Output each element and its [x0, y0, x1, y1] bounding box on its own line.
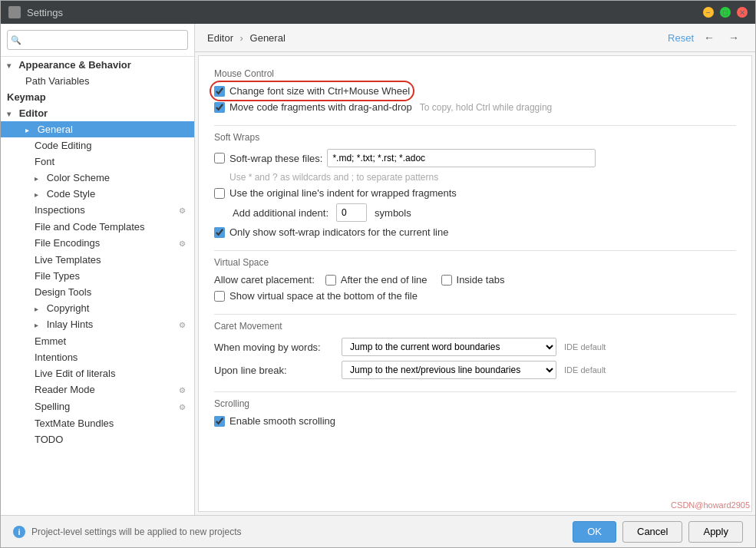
symbols-label: symbols: [375, 207, 411, 219]
inside-tabs-checkbox[interactable]: [441, 275, 452, 286]
right-panel: Editor › General Reset ← → Mouse Control: [195, 24, 755, 515]
settings-badge: ⚙: [176, 204, 188, 216]
softwrap-checkbox[interactable]: [214, 153, 225, 163]
sidebar-item-keymap[interactable]: Keymap: [1, 89, 194, 105]
sidebar-item-copyright[interactable]: ▸ Copyright: [1, 300, 194, 316]
reset-button[interactable]: Reset: [668, 32, 694, 44]
sidebar-item-inlay-hints[interactable]: ▸ Inlay Hints ⚙: [1, 316, 194, 333]
sidebar-item-file-types[interactable]: File Types: [1, 268, 194, 284]
sidebar-item-spelling[interactable]: Spelling ⚙: [1, 398, 194, 415]
sidebar-item-emmet[interactable]: Emmet: [1, 333, 194, 349]
add-indent-input[interactable]: [336, 203, 367, 222]
move-code-checkbox[interactable]: [214, 102, 225, 113]
soft-wraps-title: Soft Wraps: [214, 132, 736, 143]
sidebar-item-design-tools[interactable]: Design Tools: [1, 284, 194, 300]
sidebar-item-todo[interactable]: TODO: [1, 431, 194, 447]
breadcrumb-part1: Editor: [207, 32, 233, 44]
sidebar-item-textmate-bundles[interactable]: TextMate Bundles: [1, 415, 194, 431]
sidebar-item-code-editing[interactable]: Code Editing: [1, 137, 194, 154]
after-end-checkbox[interactable]: [325, 275, 336, 286]
settings-badge: ⚙: [176, 237, 188, 249]
sidebar-item-path-variables[interactable]: Path Variables: [1, 73, 194, 89]
window-title: Settings: [27, 7, 703, 18]
search-input[interactable]: [7, 30, 188, 50]
maximize-button[interactable]: □: [720, 7, 731, 18]
smooth-scroll-checkbox[interactable]: [214, 416, 225, 427]
panel-body: Mouse Control Change font size with Ctrl…: [198, 55, 752, 512]
sidebar-item-appearance[interactable]: ▾ Appearance & Behavior: [1, 57, 194, 73]
window-controls: − □ ✕: [703, 7, 748, 18]
close-button[interactable]: ✕: [737, 7, 748, 18]
breadcrumb: Editor › General: [207, 32, 286, 44]
sidebar-item-live-templates[interactable]: Live Templates: [1, 252, 194, 268]
expand-arrow: ▸: [25, 126, 35, 134]
info-icon: i: [13, 526, 25, 538]
smooth-scroll-label: Enable smooth scrolling: [229, 415, 335, 427]
line-break-badge: IDE default: [564, 365, 606, 375]
sidebar-item-label: General: [38, 124, 73, 135]
sidebar-item-label: Code Editing: [35, 140, 91, 151]
ok-button[interactable]: OK: [573, 521, 616, 543]
sidebar-item-label: Live Edit of literals: [35, 368, 116, 379]
sidebar-item-label: Code Style: [47, 188, 96, 200]
softwrap-input[interactable]: [327, 149, 596, 167]
original-indent-checkbox[interactable]: [214, 188, 225, 199]
app-icon: [8, 6, 21, 18]
mouse-control-section: Mouse Control Change font size with Ctrl…: [214, 68, 736, 113]
show-virtual-row: Show virtual space at the bottom of the …: [214, 290, 736, 302]
sidebar-item-label: Inlay Hints: [47, 319, 94, 330]
sidebar-item-label: Color Scheme: [47, 172, 110, 183]
footer-info-text: Project-level settings will be applied t…: [31, 527, 566, 537]
softwrap-row: Soft-wrap these files:: [214, 149, 736, 167]
settings-badge: ⚙: [176, 384, 188, 396]
sidebar-item-color-scheme[interactable]: ▸ Color Scheme: [1, 170, 194, 186]
show-indicators-checkbox[interactable]: [214, 227, 225, 238]
line-break-row: Upon line break: Jump to the next/previo…: [214, 361, 736, 379]
divider2: [214, 250, 736, 251]
sidebar-item-editor[interactable]: ▾ Editor: [1, 105, 194, 121]
sidebar-item-file-code-templates[interactable]: File and Code Templates: [1, 219, 194, 235]
moving-words-select[interactable]: Jump to the current word boundaries: [342, 338, 556, 356]
show-virtual-checkbox[interactable]: [214, 291, 225, 302]
header-actions: Reset ← →: [668, 30, 743, 45]
sidebar-item-intentions[interactable]: Intentions: [1, 349, 194, 365]
sidebar-item-label: Appearance & Behavior: [18, 59, 131, 71]
expand-arrow: ▸: [35, 305, 44, 313]
inside-tabs-label: Inside tabs: [457, 274, 505, 286]
sidebar-item-label: File Encodings: [35, 237, 100, 249]
change-font-label: Change font size with Ctrl+Mouse Wheel: [229, 85, 410, 97]
search-wrapper: [7, 30, 188, 50]
change-font-checkbox[interactable]: [214, 86, 225, 97]
expand-arrow: ▾: [7, 110, 16, 118]
sidebar-item-label: Intentions: [35, 352, 78, 363]
cancel-button[interactable]: Cancel: [622, 521, 682, 543]
apply-button[interactable]: Apply: [688, 521, 743, 543]
settings-dialog: Settings − □ ✕ ▾ Appearance & Behavior: [0, 0, 756, 548]
sidebar-item-reader-mode[interactable]: Reader Mode ⚙: [1, 381, 194, 398]
search-box: [1, 24, 194, 57]
sidebar-item-inspections[interactable]: Inspections ⚙: [1, 202, 194, 219]
sidebar-item-font[interactable]: Font: [1, 154, 194, 170]
divider4: [214, 391, 736, 392]
add-indent-label: Add additional indent:: [233, 207, 328, 219]
sidebar-item-general[interactable]: ▸ General: [1, 121, 194, 137]
sidebar-item-label: Design Tools: [35, 286, 91, 298]
sidebar-item-file-encodings[interactable]: File Encodings ⚙: [1, 235, 194, 252]
line-break-select[interactable]: Jump to the next/previous line boundarie…: [342, 361, 556, 379]
show-virtual-label: Show virtual space at the bottom of the …: [229, 290, 418, 302]
sidebar-item-label: File Types: [35, 270, 80, 282]
divider3: [214, 314, 736, 315]
sidebar-item-code-style[interactable]: ▸ Code Style: [1, 186, 194, 202]
minimize-button[interactable]: −: [703, 7, 714, 18]
caret-placement-row: Allow caret placement: After the end of …: [214, 274, 736, 286]
back-button[interactable]: ←: [700, 30, 718, 45]
sidebar-item-label: Live Templates: [35, 254, 101, 266]
caret-placement-label: Allow caret placement:: [214, 274, 315, 286]
forward-button[interactable]: →: [725, 30, 743, 45]
sidebar-item-label: Font: [35, 156, 54, 167]
after-end-label: After the end of line: [341, 274, 428, 286]
sidebar-item-label: Path Variables: [25, 75, 90, 87]
line-break-label: Upon line break:: [214, 365, 337, 376]
sidebar-item-live-edit-literals[interactable]: Live Edit of literals: [1, 365, 194, 381]
sidebar-item-label: Copyright: [47, 302, 90, 314]
